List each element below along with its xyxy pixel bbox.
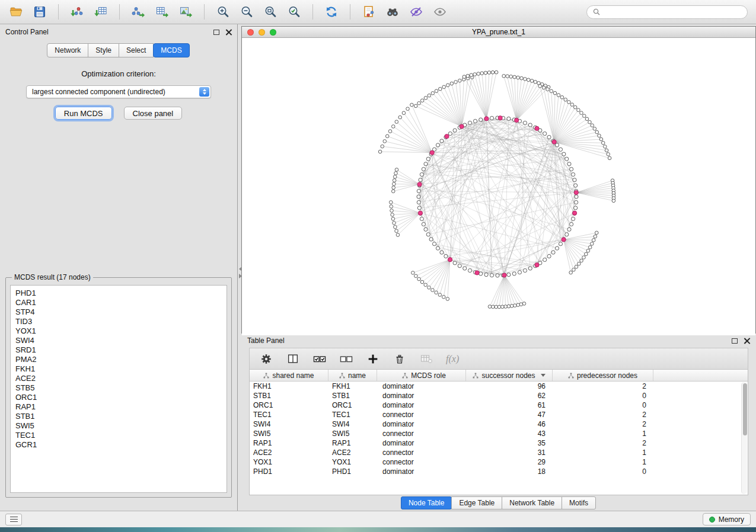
memory-button[interactable]: Memory xyxy=(703,513,751,525)
tab-edge-table[interactable]: Edge Table xyxy=(451,496,502,509)
result-node[interactable]: FKH1 xyxy=(15,364,222,374)
table-row[interactable]: ACE2ACE2connector311 xyxy=(250,448,748,457)
toolbar-separator xyxy=(119,4,120,20)
deselect-all-columns-icon[interactable] xyxy=(339,352,353,366)
result-node[interactable]: TEC1 xyxy=(15,431,222,440)
export-network-icon[interactable] xyxy=(130,4,146,20)
export-image-icon[interactable] xyxy=(178,4,193,20)
table-cell: FKH1 xyxy=(250,382,328,391)
zoom-selected-icon[interactable] xyxy=(286,4,302,20)
column-header-successor-nodes[interactable]: successor nodes xyxy=(466,370,553,381)
refresh-icon[interactable] xyxy=(324,4,339,20)
table-row[interactable]: SWI4SWI4dominator462 xyxy=(250,419,748,429)
column-header-predecessor-nodes[interactable]: predecessor nodes xyxy=(553,370,653,381)
network-view[interactable] xyxy=(242,38,755,335)
delete-column-icon[interactable] xyxy=(393,352,407,366)
result-node[interactable]: GCR1 xyxy=(15,440,222,450)
network-canvas[interactable] xyxy=(242,38,755,333)
result-node[interactable]: PHD1 xyxy=(15,289,222,298)
result-node[interactable]: SRD1 xyxy=(15,345,222,355)
table-cell xyxy=(653,457,748,467)
table-row[interactable]: TEC1TEC1connector472 xyxy=(250,410,748,419)
result-node[interactable]: STB1 xyxy=(15,412,222,421)
table-row[interactable]: RAP1RAP1dominator352 xyxy=(250,438,748,448)
result-node[interactable]: ACE2 xyxy=(15,374,222,383)
zoom-out-icon[interactable] xyxy=(239,4,254,20)
table-row[interactable]: STB1STB1dominator620 xyxy=(250,391,748,400)
add-column-icon[interactable] xyxy=(366,352,380,366)
show-all-icon[interactable] xyxy=(432,4,448,20)
network-leaf-nodes[interactable] xyxy=(378,70,615,309)
column-header-mcds-role[interactable]: MCDS role xyxy=(377,370,466,381)
result-node[interactable]: PMA2 xyxy=(15,355,222,364)
hide-selected-icon[interactable] xyxy=(409,4,424,20)
table-row[interactable]: PHD1PHD1dominator180 xyxy=(250,467,748,476)
criterion-select[interactable]: largest connected component (undirected) xyxy=(26,85,211,98)
result-node[interactable]: YOX1 xyxy=(15,326,222,336)
tab-network[interactable]: Network xyxy=(47,43,88,57)
table-scrollbar[interactable] xyxy=(741,382,747,494)
import-table-icon[interactable] xyxy=(93,4,109,20)
open-file-icon[interactable] xyxy=(8,4,24,20)
search-input[interactable] xyxy=(604,8,742,16)
column-header-shared-name[interactable]: shared name xyxy=(250,370,328,381)
mcds-result-list[interactable]: PHD1CAR1STP4TID3YOX1SWI4SRD1PMA2FKH1ACE2… xyxy=(10,285,227,493)
result-node[interactable]: TID3 xyxy=(15,317,222,326)
zoom-fit-icon[interactable] xyxy=(263,4,278,20)
search-box[interactable] xyxy=(586,5,748,19)
network-from-selection-icon[interactable] xyxy=(361,4,377,20)
result-node[interactable]: SWI4 xyxy=(15,336,222,345)
status-menu-button[interactable] xyxy=(5,514,22,525)
close-panel-button[interactable]: Close panel xyxy=(124,107,183,120)
import-network-icon[interactable] xyxy=(69,4,85,20)
run-mcds-button[interactable]: Run MCDS xyxy=(55,107,112,120)
table-row[interactable]: YOX1YOX1connector291 xyxy=(250,457,748,467)
table-cell xyxy=(653,419,748,429)
settings-icon[interactable] xyxy=(259,352,273,366)
table-row[interactable]: FKH1FKH1dominator962 xyxy=(250,382,748,391)
status-bar: Memory xyxy=(0,511,756,527)
result-node[interactable]: CAR1 xyxy=(15,298,222,307)
criterion-selected-value: largest connected component (undirected) xyxy=(32,88,165,96)
window-maximize-icon[interactable] xyxy=(270,29,276,36)
table-cell: 46 xyxy=(466,419,553,429)
column-menu-chevron-icon[interactable] xyxy=(541,374,546,377)
close-table-panel-icon[interactable] xyxy=(744,338,750,344)
table-row[interactable]: ORC1ORC1dominator610 xyxy=(250,400,748,410)
node-table: shared name name MCDS role successo xyxy=(249,370,748,495)
tab-select[interactable]: Select xyxy=(119,43,154,57)
tab-motifs[interactable]: Motifs xyxy=(562,496,596,509)
table-cell: 2 xyxy=(553,419,653,429)
node-table-header: shared name name MCDS role successo xyxy=(250,370,748,382)
save-session-icon[interactable] xyxy=(32,4,47,20)
result-node[interactable]: SWI5 xyxy=(15,421,222,431)
close-panel-icon[interactable] xyxy=(225,29,232,36)
show-columns-icon[interactable] xyxy=(286,352,300,366)
float-panel-icon[interactable] xyxy=(213,30,219,35)
main-toolbar xyxy=(0,0,756,24)
tab-style[interactable]: Style xyxy=(88,43,119,57)
result-node[interactable]: STB5 xyxy=(15,383,222,393)
result-node[interactable]: ORC1 xyxy=(15,393,222,402)
mcds-result-title: MCDS result (17 nodes) xyxy=(12,273,93,281)
table-row[interactable]: SWI5SWI5connector431 xyxy=(250,429,748,438)
export-table-icon[interactable] xyxy=(154,4,170,20)
find-icon[interactable] xyxy=(385,4,400,20)
window-minimize-icon[interactable] xyxy=(259,29,265,36)
table-scrollbar-thumb[interactable] xyxy=(743,383,747,435)
tab-node-table[interactable]: Node Table xyxy=(401,496,452,509)
zoom-in-icon[interactable] xyxy=(215,4,231,20)
import-table-disabled-icon xyxy=(419,352,433,366)
result-node[interactable]: STP4 xyxy=(15,307,222,317)
tab-mcds[interactable]: MCDS xyxy=(153,43,189,57)
result-node[interactable]: RAP1 xyxy=(15,402,222,412)
select-all-columns-icon[interactable] xyxy=(312,352,327,366)
float-table-panel-icon[interactable] xyxy=(732,338,738,344)
tab-network-table[interactable]: Network Table xyxy=(502,496,562,509)
table-panel-title: Table Panel xyxy=(247,336,285,345)
table-cell: 47 xyxy=(466,410,553,419)
column-header-name[interactable]: name xyxy=(328,370,377,381)
window-close-icon[interactable] xyxy=(247,29,254,36)
table-cell: 1 xyxy=(553,448,653,457)
optimization-criterion-label: Optimization criterion: xyxy=(0,69,237,78)
